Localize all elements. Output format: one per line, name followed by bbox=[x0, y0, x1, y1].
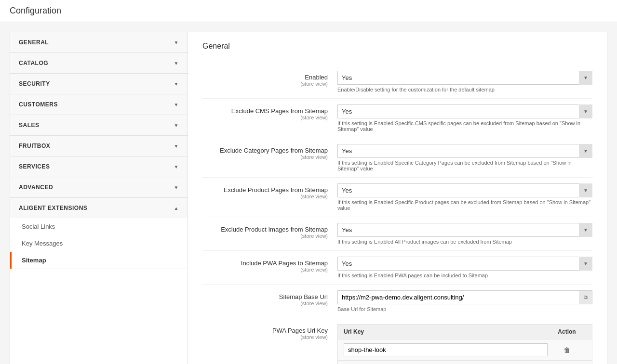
chevron-down-icon: ▼ bbox=[174, 102, 179, 107]
select-enabled[interactable]: YesNo bbox=[337, 71, 592, 85]
sidebar-section-header-services[interactable]: SERVICES▼ bbox=[10, 156, 188, 177]
select-wrapper-enabled: YesNo▼ bbox=[337, 71, 592, 85]
config-hint-include-pwa: If this setting is Enabled PWA pages can… bbox=[337, 273, 592, 278]
url-key-col-header: Url Key bbox=[344, 328, 548, 335]
url-key-table: Url KeyAction🗑🗑Add bbox=[337, 324, 592, 364]
config-label-main-pwa: PWA Pages Url Key bbox=[272, 327, 328, 334]
config-field-exclude-cms: YesNo▼If this setting is Enabled Specifi… bbox=[337, 104, 592, 132]
chevron-up-icon: ▲ bbox=[174, 206, 179, 211]
config-hint-exclude-product: If this setting is Enabled Specific Prod… bbox=[337, 199, 592, 211]
main-content: General Enabled(store view)YesNo▼Enable/… bbox=[188, 32, 607, 364]
config-hint-exclude-product-images: If this setting is Enabled All Product i… bbox=[337, 239, 592, 245]
config-label-main-exclude-product: Exclude Product Pages from Sitemap bbox=[224, 186, 328, 194]
input-sitemap-base-url[interactable] bbox=[337, 290, 592, 304]
url-key-table-header: Url KeyAction bbox=[338, 325, 592, 339]
config-row-exclude-cms: Exclude CMS Pages from Sitemap(store vie… bbox=[202, 99, 592, 138]
select-wrapper-include-pwa: YesNo▼ bbox=[337, 257, 592, 271]
section-title: General bbox=[202, 42, 592, 55]
sidebar-section-aligent-extensions: ALIGENT EXTENSIONS▲Social LinksKey Messa… bbox=[10, 198, 188, 269]
select-exclude-product-images[interactable]: YesNo bbox=[337, 223, 592, 237]
config-field-exclude-product: YesNo▼If this setting is Enabled Specifi… bbox=[337, 183, 592, 211]
select-exclude-cms[interactable]: YesNo bbox=[337, 104, 592, 118]
select-wrapper-exclude-category: YesNo▼ bbox=[337, 144, 592, 158]
config-label-scope-exclude-product: (store view) bbox=[202, 194, 328, 199]
sidebar-section-security: SECURITY▼ bbox=[10, 74, 188, 94]
select-wrapper-exclude-cms: YesNo▼ bbox=[337, 104, 592, 118]
config-row-exclude-product: Exclude Product Pages from Sitemap(store… bbox=[202, 178, 592, 217]
sidebar-section-header-advanced[interactable]: ADVANCED▼ bbox=[10, 177, 188, 197]
config-field-pwa-url-key: Url KeyAction🗑🗑AddDefine PWA Page Url Ke… bbox=[337, 324, 592, 364]
sidebar-section-advanced: ADVANCED▼ bbox=[10, 177, 188, 198]
url-key-row: 🗑 bbox=[338, 339, 592, 361]
select-exclude-category[interactable]: YesNo bbox=[337, 144, 592, 158]
sidebar-section-header-sales[interactable]: SALES▼ bbox=[10, 115, 188, 135]
delete-button-row1[interactable]: 🗑 bbox=[560, 344, 574, 356]
delete-col-row1: 🗑 bbox=[548, 344, 586, 356]
sidebar-section-header-general[interactable]: GENERAL▼ bbox=[10, 32, 188, 52]
sidebar-section-header-customers[interactable]: CUSTOMERS▼ bbox=[10, 94, 188, 115]
config-label-main-sitemap-base-url: Sitemap Base Url bbox=[279, 293, 328, 300]
config-label-scope-exclude-cms: (store view) bbox=[202, 115, 328, 120]
sidebar-section-header-security[interactable]: SECURITY▼ bbox=[10, 74, 188, 94]
url-key-input-row1[interactable] bbox=[344, 343, 548, 356]
sidebar-section-label-sales: SALES bbox=[19, 122, 40, 129]
config-label-main-include-pwa: Include PWA Pages to Sitemap bbox=[241, 260, 328, 267]
sidebar-section-label-security: SECURITY bbox=[19, 80, 50, 87]
chevron-down-icon: ▼ bbox=[174, 185, 179, 190]
chevron-down-icon: ▼ bbox=[174, 40, 179, 45]
config-label-main-exclude-cms: Exclude CMS Pages from Sitemap bbox=[231, 107, 328, 115]
config-hint-enabled: Enable/Disable setting for the customiza… bbox=[337, 87, 592, 92]
sidebar-section-header-catalog[interactable]: CATALOG▼ bbox=[10, 53, 188, 73]
sidebar-item-key-messages[interactable]: Key Messages bbox=[10, 235, 188, 252]
sidebar-section-label-aligent-extensions: ALIGENT EXTENSIONS bbox=[19, 205, 87, 211]
select-exclude-product[interactable]: YesNo bbox=[337, 183, 592, 197]
config-label-scope-include-pwa: (store view) bbox=[202, 267, 328, 273]
config-hint-exclude-category: If this setting is Enabled Specific Cate… bbox=[337, 160, 592, 171]
sidebar-item-sitemap[interactable]: Sitemap bbox=[10, 252, 188, 269]
sidebar-section-header-fruitbox[interactable]: FRUITBOX▼ bbox=[10, 136, 188, 156]
action-col-header: Action bbox=[548, 328, 586, 335]
config-label-exclude-cms: Exclude CMS Pages from Sitemap(store vie… bbox=[202, 104, 337, 120]
config-label-scope-enabled: (store view) bbox=[202, 81, 328, 87]
config-label-scope-sitemap-base-url: (store view) bbox=[202, 300, 328, 306]
config-field-exclude-category: YesNo▼If this setting is Enabled Specifi… bbox=[337, 144, 592, 171]
config-hint-sitemap-base-url: Base Url for Sitemap bbox=[337, 306, 592, 312]
sidebar-section-header-aligent-extensions[interactable]: ALIGENT EXTENSIONS▲ bbox=[10, 198, 188, 218]
config-row-exclude-category: Exclude Category Pages from Sitemap(stor… bbox=[202, 138, 592, 178]
chevron-down-icon: ▼ bbox=[174, 143, 179, 149]
config-row-sitemap-base-url: Sitemap Base Url(store view)⧉Base Url fo… bbox=[202, 285, 592, 318]
config-row-pwa-url-key: PWA Pages Url Key(store view)Url KeyActi… bbox=[202, 318, 592, 364]
sidebar-section-label-services: SERVICES bbox=[19, 163, 50, 170]
page-title: Configuration bbox=[10, 6, 607, 16]
sidebar-section-fruitbox: FRUITBOX▼ bbox=[10, 136, 188, 156]
config-field-sitemap-base-url: ⧉Base Url for Sitemap bbox=[337, 290, 592, 312]
url-key-row: 🗑 bbox=[338, 361, 592, 364]
copy-button[interactable]: ⧉ bbox=[579, 290, 592, 304]
chevron-down-icon: ▼ bbox=[174, 61, 179, 66]
sidebar-section-label-fruitbox: FRUITBOX bbox=[19, 143, 50, 149]
config-hint-exclude-cms: If this setting is Enabled Specific CMS … bbox=[337, 120, 592, 132]
config-label-scope-exclude-product-images: (store view) bbox=[202, 233, 328, 239]
config-label-main-exclude-product-images: Exclude Product Images from Sitemap bbox=[221, 226, 328, 233]
config-label-main-exclude-category: Exclude Category Pages from Sitemap bbox=[220, 147, 328, 154]
select-include-pwa[interactable]: YesNo bbox=[337, 257, 592, 271]
config-field-include-pwa: YesNo▼If this setting is Enabled PWA pag… bbox=[337, 257, 592, 278]
config-label-exclude-product: Exclude Product Pages from Sitemap(store… bbox=[202, 183, 337, 199]
config-row-enabled: Enabled(store view)YesNo▼Enable/Disable … bbox=[202, 65, 592, 99]
sidebar-section-customers: CUSTOMERS▼ bbox=[10, 94, 188, 115]
input-wrapper-sitemap-base-url: ⧉ bbox=[337, 290, 592, 304]
select-wrapper-exclude-product-images: YesNo▼ bbox=[337, 223, 592, 237]
chevron-down-icon: ▼ bbox=[174, 164, 179, 169]
sidebar-section-sales: SALES▼ bbox=[10, 115, 188, 136]
sidebar-section-label-catalog: CATALOG bbox=[19, 60, 48, 66]
page-content: GENERAL▼CATALOG▼SECURITY▼CUSTOMERS▼SALES… bbox=[0, 22, 617, 364]
select-wrapper-exclude-product: YesNo▼ bbox=[337, 183, 592, 197]
chevron-down-icon: ▼ bbox=[174, 81, 179, 87]
sidebar-sub-items-aligent-extensions: Social LinksKey MessagesSitemap bbox=[10, 218, 188, 269]
config-label-enabled: Enabled(store view) bbox=[202, 71, 337, 87]
sidebar-section-catalog: CATALOG▼ bbox=[10, 53, 188, 74]
chevron-down-icon: ▼ bbox=[174, 123, 179, 128]
sidebar-item-social-links[interactable]: Social Links bbox=[10, 218, 188, 235]
page-header: Configuration bbox=[0, 0, 617, 22]
config-label-exclude-product-images: Exclude Product Images from Sitemap(stor… bbox=[202, 223, 337, 239]
